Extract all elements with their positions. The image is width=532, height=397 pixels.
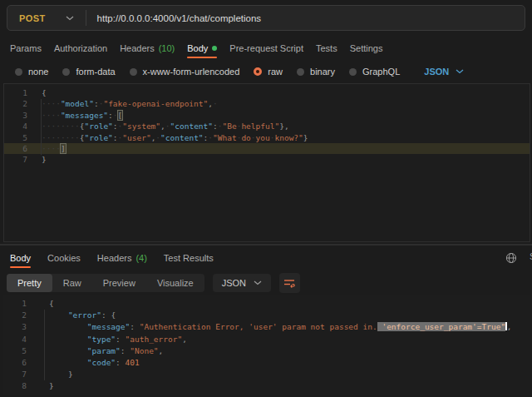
code-token: ········ xyxy=(42,122,80,131)
code-token: · xyxy=(213,99,218,108)
code-token: "code" xyxy=(87,358,116,367)
tab-authorization[interactable]: Authorization xyxy=(54,37,107,59)
line-number: 2 xyxy=(3,310,27,321)
tab-headers[interactable]: Headers (10) xyxy=(120,37,175,59)
response-toolbar: Pretty Raw Preview Visualize JSON xyxy=(7,273,300,293)
radio-icon xyxy=(130,68,137,76)
code-line: 4 "type": "auth_error", xyxy=(3,334,530,345)
code-token: "message" xyxy=(87,322,130,331)
code-token: { xyxy=(111,310,116,320)
radio-icon xyxy=(297,68,304,76)
active-tab-underline xyxy=(187,57,217,58)
code-token: "user" xyxy=(122,133,150,142)
line-number: 5 xyxy=(3,345,27,357)
request-body-editor[interactable]: 1{2····"model":·"fake-openai-endpoint",·… xyxy=(3,83,530,242)
radio-none[interactable]: none xyxy=(15,67,48,77)
radio-x-www-form-urlencoded[interactable]: x-www-form-urlencoded xyxy=(130,67,240,77)
code-token: , xyxy=(159,346,164,355)
code-token: ···· xyxy=(42,144,61,153)
code-token xyxy=(49,346,87,355)
request-language-dropdown[interactable]: JSON xyxy=(424,67,464,77)
url-input[interactable]: http://0.0.0.0:4000/v1/chat/completions xyxy=(97,13,262,23)
line-number: 3 xyxy=(3,321,27,333)
code-token: "content" xyxy=(170,122,213,131)
code-line: 2····"model":·"fake-openai-endpoint",· xyxy=(4,98,530,109)
code-line: 4········{"role":·"system",·"content":·"… xyxy=(4,121,530,132)
tab-pre-request-script[interactable]: Pre-request Script xyxy=(229,37,303,59)
line-number: 2 xyxy=(4,98,27,109)
code-line: 3····"messages":·[ xyxy=(4,110,530,121)
code-token: "content" xyxy=(160,133,203,142)
code-line: 8} xyxy=(3,380,530,392)
code-token: "What xyxy=(213,133,237,142)
code-token xyxy=(49,322,87,331)
response-tabs: Body Cookies Headers (4) Test Results S xyxy=(0,246,532,269)
code-token: 401 xyxy=(126,358,140,367)
globe-icon[interactable] xyxy=(505,252,517,264)
code-line: 6····] xyxy=(4,143,530,154)
code-token: , xyxy=(182,335,187,344)
radio-icon xyxy=(62,68,70,76)
code-token: "error" xyxy=(68,310,101,320)
line-number: 1 xyxy=(3,298,27,310)
code-token: "system" xyxy=(122,122,160,131)
section-divider xyxy=(0,244,532,246)
line-number: 7 xyxy=(4,154,27,165)
wrap-text-button[interactable] xyxy=(279,273,300,293)
chevron-down-icon xyxy=(456,69,464,74)
tab-body[interactable]: Body xyxy=(187,37,217,59)
indent-guide xyxy=(44,310,45,380)
radio-raw[interactable]: raw xyxy=(254,67,283,77)
code-line: 3 "message": "Authentication Error, 'use… xyxy=(3,321,530,333)
view-pretty-button[interactable]: Pretty xyxy=(7,274,52,292)
tab-params[interactable]: Params xyxy=(10,37,42,59)
radio-binary[interactable]: binary xyxy=(297,67,335,77)
body-modified-dot-icon xyxy=(212,46,217,51)
radio-form-data[interactable]: form-data xyxy=(62,67,115,77)
code-token: : xyxy=(121,346,130,355)
code-token: } xyxy=(42,155,47,164)
code-token: · xyxy=(113,111,118,120)
line-number: 3 xyxy=(4,110,27,121)
response-tab-headers[interactable]: Headers (4) xyxy=(97,246,147,269)
line-number: 1 xyxy=(4,87,27,98)
view-segmented-control: Pretty Raw Preview Visualize xyxy=(7,274,204,292)
response-tab-test-results[interactable]: Test Results xyxy=(164,246,214,269)
line-number: 5 xyxy=(4,132,27,143)
response-body-editor[interactable]: 1{2 "error": {3 "message": "Authenticati… xyxy=(3,295,530,395)
code-token: ········ xyxy=(42,133,80,142)
code-token: : xyxy=(130,322,139,331)
view-visualize-button[interactable]: Visualize xyxy=(146,274,204,292)
radio-icon xyxy=(15,68,22,76)
request-tabs: Params Authorization Headers (10) Body P… xyxy=(0,37,532,59)
code-token: } xyxy=(68,370,73,379)
code-token: "auth_error" xyxy=(126,335,183,344)
response-tab-body[interactable]: Body xyxy=(10,246,31,269)
code-token: "Authentication Error, 'user' param not … xyxy=(140,322,377,331)
response-language-dropdown[interactable]: JSON xyxy=(213,274,271,292)
code-token: } xyxy=(303,133,308,142)
code-token: know?" xyxy=(274,133,303,142)
line-number: 6 xyxy=(3,357,27,369)
code-token: "type" xyxy=(87,335,116,344)
code-token: "role" xyxy=(85,133,113,142)
view-preview-button[interactable]: Preview xyxy=(92,274,146,292)
code-token xyxy=(49,358,87,367)
response-tab-cookies[interactable]: Cookies xyxy=(47,246,81,269)
tab-settings[interactable]: Settings xyxy=(350,37,383,59)
selected-text: 'enforce_user_param'=True" xyxy=(377,322,505,331)
code-line: 7} xyxy=(4,154,530,165)
code-token: }, xyxy=(279,122,288,131)
method-selector[interactable]: POST xyxy=(7,13,86,23)
tab-tests[interactable]: Tests xyxy=(316,37,337,59)
code-token: [ xyxy=(118,111,123,120)
radio-icon xyxy=(349,68,357,76)
code-token xyxy=(49,335,87,344)
code-token: : xyxy=(101,310,111,320)
code-token: ···· xyxy=(42,99,61,108)
radio-graphql[interactable]: GraphQL xyxy=(349,67,400,77)
active-tab-underline xyxy=(10,266,31,268)
code-token: } xyxy=(49,381,54,390)
code-token: { xyxy=(42,88,47,97)
view-raw-button[interactable]: Raw xyxy=(52,274,92,292)
